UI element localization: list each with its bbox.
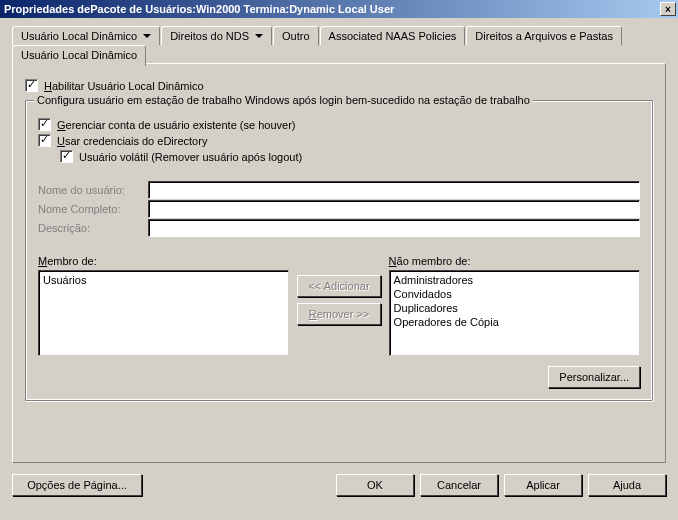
chevron-down-icon (255, 34, 263, 38)
use-credentials-row: Usar credenciais do eDirectory (38, 134, 640, 147)
not-member-label: Não membro de: (389, 255, 640, 267)
cancel-button[interactable]: Cancelar (420, 474, 498, 496)
apply-button[interactable]: Aplicar (504, 474, 582, 496)
enable-dlu-label: Habilitar Usuário Local Dinâmico (44, 80, 204, 92)
manage-account-row: Gerenciar conta de usuário existente (se… (38, 118, 640, 131)
chevron-down-icon (143, 34, 151, 38)
help-button[interactable]: Ajuda (588, 474, 666, 496)
window-title: Propriedades dePacote de Usuários:Win200… (4, 3, 660, 15)
fullname-input[interactable] (148, 200, 640, 218)
close-button[interactable]: × (660, 2, 676, 16)
not-member-column: Não membro de: Administradores Convidado… (389, 255, 640, 356)
personalize-button[interactable]: Personalizar... (548, 366, 640, 388)
list-item[interactable]: Operadores de Cópia (392, 315, 637, 329)
list-item[interactable]: Convidados (392, 287, 637, 301)
tab-dlu-dropdown[interactable]: Usuário Local Dinâmico (12, 26, 160, 45)
username-input[interactable] (148, 181, 640, 199)
use-credentials-label: Usar credenciais do eDirectory (57, 135, 207, 147)
member-of-listbox[interactable]: Usuários (38, 270, 289, 356)
member-of-column: Membro de: Usuários (38, 255, 289, 356)
tab-nds-rights[interactable]: Direitos do NDS (161, 26, 272, 45)
use-credentials-checkbox[interactable] (38, 134, 51, 147)
page-options-button[interactable]: Opções de Página... (12, 474, 142, 496)
titlebar: Propriedades dePacote de Usuários:Win200… (0, 0, 678, 18)
fullname-label: Nome Completo: (38, 203, 148, 215)
remove-button[interactable]: Remover >> (297, 303, 380, 325)
list-item[interactable]: Usuários (41, 273, 286, 287)
tab-panel: Habilitar Usuário Local Dinâmico Configu… (12, 63, 666, 463)
ok-button[interactable]: OK (336, 474, 414, 496)
tab-naas-policies[interactable]: Associated NAAS Policies (320, 26, 466, 45)
transfer-buttons: << Adicionar Remover >> (297, 275, 380, 325)
description-label: Descrição: (38, 222, 148, 234)
tabstrip-row2: Usuário Local Dinâmico (12, 45, 666, 64)
description-row: Descrição: (38, 219, 640, 237)
list-item[interactable]: Duplicadores (392, 301, 637, 315)
dialog-footer: Opções de Página... OK Cancelar Aplicar … (12, 474, 666, 496)
fullname-row: Nome Completo: (38, 200, 640, 218)
window-body: Usuário Local Dinâmico Direitos do NDS O… (0, 18, 678, 520)
close-icon: × (665, 4, 671, 15)
tab-file-rights[interactable]: Direitos a Arquivos e Pastas (466, 26, 622, 45)
description-input[interactable] (148, 219, 640, 237)
membership-columns: Membro de: Usuários << Adicionar Remover… (38, 255, 640, 356)
list-item[interactable]: Administradores (392, 273, 637, 287)
tab-dlu-active[interactable]: Usuário Local Dinâmico (12, 45, 146, 66)
username-label: Nome do usuário: (38, 184, 148, 196)
manage-account-checkbox[interactable] (38, 118, 51, 131)
enable-dlu-checkbox[interactable] (25, 79, 38, 92)
tabstrip: Usuário Local Dinâmico Direitos do NDS O… (12, 26, 666, 45)
config-groupbox: Configura usuário em estação de trabalho… (25, 100, 653, 401)
member-of-label: Membro de: (38, 255, 289, 267)
username-row: Nome do usuário: (38, 181, 640, 199)
groupbox-legend: Configura usuário em estação de trabalho… (34, 94, 533, 106)
not-member-listbox[interactable]: Administradores Convidados Duplicadores … (389, 270, 640, 356)
enable-dlu-row: Habilitar Usuário Local Dinâmico (25, 79, 653, 92)
volatile-user-label: Usuário volátil (Remover usuário após lo… (79, 151, 302, 163)
manage-account-label: Gerenciar conta de usuário existente (se… (57, 119, 295, 131)
personalize-row: Personalizar... (38, 366, 640, 388)
volatile-user-row: Usuário volátil (Remover usuário após lo… (60, 150, 640, 163)
volatile-user-checkbox[interactable] (60, 150, 73, 163)
tab-other[interactable]: Outro (273, 26, 319, 45)
add-button[interactable]: << Adicionar (297, 275, 380, 297)
